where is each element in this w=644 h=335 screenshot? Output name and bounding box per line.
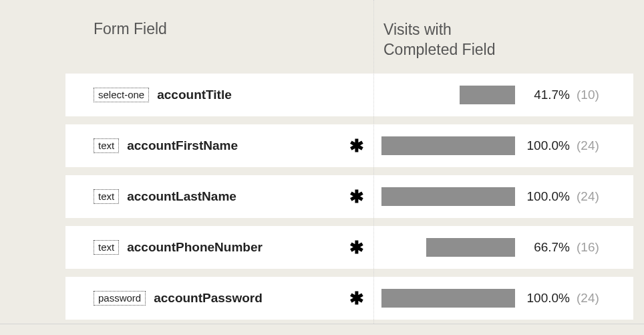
count-label: (16) bbox=[577, 240, 606, 255]
percent-label: 41.7% bbox=[522, 88, 570, 102]
column-divider bbox=[373, 0, 374, 324]
table-row: textaccountLastName✱100.0%(24) bbox=[65, 175, 633, 218]
required-icon: ✱ bbox=[349, 137, 364, 154]
count-label: (10) bbox=[577, 88, 606, 102]
field-type-badge: password bbox=[94, 291, 146, 306]
count-label: (24) bbox=[577, 189, 606, 204]
bar-track bbox=[381, 136, 515, 155]
field-name: accountLastName bbox=[127, 189, 236, 204]
cell-form-field: textaccountLastName✱ bbox=[65, 189, 373, 205]
cell-visits: 41.7%(10) bbox=[373, 86, 633, 104]
cell-form-field: passwordaccountPassword✱ bbox=[65, 291, 373, 306]
field-name: accountFirstName bbox=[127, 138, 238, 153]
cell-visits: 100.0%(24) bbox=[373, 289, 633, 308]
bar-fill bbox=[426, 238, 515, 257]
table-body: select-oneaccountTitle41.7%(10)textaccou… bbox=[65, 74, 633, 320]
header-form-field: Form Field bbox=[0, 20, 373, 60]
field-type-badge: text bbox=[94, 189, 119, 205]
count-label: (24) bbox=[577, 138, 606, 153]
bar-fill bbox=[460, 86, 515, 104]
cell-visits: 100.0%(24) bbox=[373, 187, 633, 206]
table-row: passwordaccountPassword✱100.0%(24) bbox=[65, 277, 633, 320]
bar-fill bbox=[381, 289, 515, 308]
field-type-badge: text bbox=[94, 138, 119, 154]
table-row: textaccountFirstName✱100.0%(24) bbox=[65, 124, 633, 167]
header-visits: Visits withCompleted Field bbox=[373, 20, 644, 60]
bar-track bbox=[381, 187, 515, 206]
cell-form-field: select-oneaccountTitle bbox=[65, 88, 373, 103]
bar-fill bbox=[381, 187, 515, 206]
bar-track bbox=[381, 289, 515, 308]
percent-label: 66.7% bbox=[522, 240, 570, 255]
field-type-badge: select-one bbox=[94, 88, 149, 103]
form-field-report: Form Field Visits withCompleted Field se… bbox=[0, 0, 644, 320]
cell-visits: 66.7%(16) bbox=[373, 238, 633, 257]
required-icon: ✱ bbox=[349, 188, 364, 205]
field-name: accountTitle bbox=[157, 88, 232, 102]
table-row: select-oneaccountTitle41.7%(10) bbox=[65, 74, 633, 116]
table-header: Form Field Visits withCompleted Field bbox=[0, 8, 644, 74]
percent-label: 100.0% bbox=[522, 291, 570, 306]
field-type-badge: text bbox=[94, 240, 119, 255]
bar-track bbox=[381, 238, 515, 257]
cell-form-field: textaccountFirstName✱ bbox=[65, 138, 373, 154]
bar-track bbox=[381, 86, 515, 104]
required-icon: ✱ bbox=[349, 239, 364, 256]
cell-visits: 100.0%(24) bbox=[373, 136, 633, 155]
cell-form-field: textaccountPhoneNumber✱ bbox=[65, 240, 373, 255]
percent-label: 100.0% bbox=[522, 138, 570, 153]
field-name: accountPassword bbox=[154, 291, 263, 306]
count-label: (24) bbox=[577, 291, 606, 306]
required-icon: ✱ bbox=[349, 290, 364, 307]
field-name: accountPhoneNumber bbox=[127, 240, 263, 255]
percent-label: 100.0% bbox=[522, 189, 570, 204]
bottom-rule bbox=[0, 324, 644, 324]
bar-fill bbox=[381, 136, 515, 155]
table-row: textaccountPhoneNumber✱66.7%(16) bbox=[65, 226, 633, 269]
